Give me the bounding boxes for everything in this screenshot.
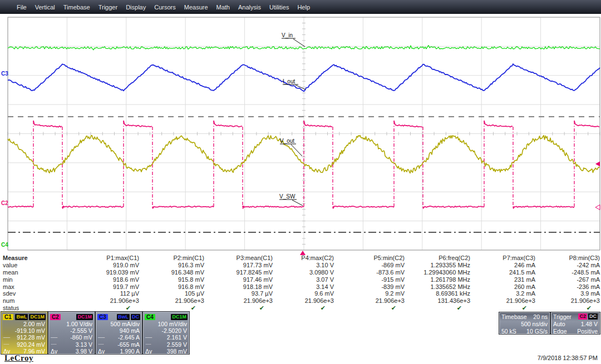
channel-marker-c2[interactable]: C2 bbox=[1, 201, 8, 206]
measure-status-check-p7: ✔ bbox=[470, 305, 535, 312]
timebase-scale: 500 ns/div bbox=[521, 321, 548, 327]
channel-panel-c2[interactable]: C2DC1M1.00 V/div-2.555 V–·–·-860 mV·····… bbox=[48, 312, 95, 354]
menu-item-file[interactable]: File bbox=[17, 4, 27, 11]
measure-cell-p2-sdev: 105 µV bbox=[139, 290, 204, 297]
measure-column-header-p2[interactable]: P2:min(C1) bbox=[139, 255, 204, 262]
channel-marker-c4[interactable]: C4 bbox=[1, 242, 8, 248]
trace-v-sw-low bbox=[513, 206, 574, 209]
channel-zero-marker-icon[interactable] bbox=[595, 205, 600, 210]
trigger-badge-dc: DC bbox=[588, 313, 598, 320]
channel-chip-c4: C4 bbox=[145, 314, 155, 320]
timebase-panel[interactable]: Timebase 20 ns 500 ns/div 50 kS 10 GS/s bbox=[499, 312, 550, 334]
menu-item-vertical[interactable]: Vertical bbox=[35, 4, 55, 11]
channel-badge-bwl: BwL bbox=[117, 314, 130, 320]
trace-label-leader bbox=[292, 200, 303, 206]
trace-v-sw-low bbox=[243, 206, 304, 209]
measure-row-label-num: num bbox=[0, 297, 66, 305]
trigger-level-marker-icon[interactable] bbox=[595, 162, 600, 167]
channel-value: -2.555 V bbox=[70, 327, 92, 334]
lecroy-logo: LeCroy bbox=[4, 353, 33, 363]
measure-column-header-p7[interactable]: P7:max(C3) bbox=[470, 255, 535, 262]
trace-v-sw-high bbox=[33, 121, 62, 127]
dash-dot-cursor-icon: –·–· bbox=[51, 335, 57, 340]
channel-value: 1.990 A bbox=[120, 348, 140, 355]
measure-row-label-value: value bbox=[0, 262, 66, 269]
measure-cell-p4-max: 3.14 V bbox=[273, 283, 334, 291]
channel-badge-dc1m: DC1M bbox=[29, 314, 46, 320]
measure-panel-title: Measure bbox=[0, 255, 66, 262]
channel-chip-c3: C3 bbox=[97, 314, 108, 320]
measure-cell-p7-mean: 241.5 mA bbox=[470, 269, 535, 276]
trace-v-sw-high bbox=[124, 121, 152, 127]
measure-row-label-max: max bbox=[0, 283, 66, 291]
measure-row-label-sdev: sdev bbox=[0, 290, 66, 297]
trigger-mode: Auto bbox=[553, 321, 565, 327]
menu-bar: FileVerticalTimebaseTriggerDisplayCursor… bbox=[0, 0, 601, 14]
channel-chip-c2: C2 bbox=[50, 314, 61, 320]
channel-badge-dc1m: DC1M bbox=[171, 314, 188, 320]
measure-cell-p2-value: 916.3 mV bbox=[139, 262, 204, 269]
trace-v-sw-low bbox=[8, 206, 33, 207]
channel-value: 2.00 mV bbox=[23, 321, 45, 327]
measure-cell-p7-max: 260 mA bbox=[470, 283, 535, 291]
trigger-source-badges: C2DC bbox=[578, 313, 598, 320]
measure-column-header-p5[interactable]: P5:min(C2) bbox=[334, 255, 405, 262]
channel-value: -860 mV bbox=[70, 334, 92, 341]
menu-item-trigger[interactable]: Trigger bbox=[98, 4, 117, 11]
channel-badge-dc1m: DC1M bbox=[76, 314, 93, 320]
measure-column-header-p6[interactable]: P6:freq(C2) bbox=[405, 255, 470, 262]
trace-label-v_in: V_in bbox=[282, 32, 293, 38]
measure-cell-p1-value: 919.0 mV bbox=[66, 262, 139, 269]
trigger-time-marker-icon[interactable] bbox=[300, 251, 306, 255]
measure-row-label-mean: mean bbox=[0, 269, 66, 276]
measure-column-header-p3[interactable]: P3:mean(C1) bbox=[204, 255, 273, 262]
channel-panel-c1[interactable]: C1BwLDC1M2.00 mV-919.10 mV–·–·912.28 mV·… bbox=[1, 312, 47, 354]
menu-item-math[interactable]: Math bbox=[216, 4, 230, 11]
channel-value: 3.98 V bbox=[76, 348, 92, 355]
channel-panel-c3[interactable]: C3BwLDC500 mA/div940 mA–·–·-2.645 A·····… bbox=[96, 312, 142, 354]
trace-v-sw-low bbox=[333, 206, 394, 209]
measure-cell-p8-max: -236 mA bbox=[535, 283, 600, 291]
channel-panel-c4[interactable]: C4DC1M100 mV/div-2.5020 V–·–·2.161 V····… bbox=[143, 312, 189, 354]
channel-value: 920.24 mV bbox=[17, 341, 45, 348]
menu-item-analysis[interactable]: Analysis bbox=[238, 4, 261, 11]
menu-item-display[interactable]: Display bbox=[126, 4, 146, 11]
menu-item-utilities[interactable]: Utilities bbox=[269, 4, 289, 11]
measure-cell-p1-mean: 919.039 mV bbox=[66, 269, 139, 276]
channel-value: -2.645 A bbox=[118, 334, 140, 341]
measure-cell-p2-max: 916.8 mV bbox=[139, 283, 204, 291]
measure-cell-p1-max: 919.7 mV bbox=[66, 283, 139, 291]
timebase-rate: 10 GS/s bbox=[526, 328, 548, 335]
measure-cell-p2-mean: 916.348 mV bbox=[139, 269, 204, 276]
channel-badge-bwl: BwL bbox=[15, 314, 28, 320]
trigger-panel[interactable]: Trigger C2DC Auto 1.48 V Edge Positive bbox=[551, 312, 600, 334]
measure-status-check-p1: ✔ bbox=[66, 305, 139, 312]
channel-value: 2.559 V bbox=[167, 341, 187, 348]
channel-marker-c3[interactable]: C3 bbox=[1, 71, 8, 77]
menu-item-help[interactable]: Help bbox=[297, 4, 310, 11]
oscilloscope-screen: FileVerticalTimebaseTriggerDisplayCursor… bbox=[0, 0, 601, 364]
measure-table: MeasureP1:max(C1)P2:min(C1)P3:mean(C1)P4… bbox=[0, 255, 600, 312]
channel-value: 100 mV/div bbox=[157, 321, 187, 327]
measure-column-header-p4[interactable]: P4:max(C2) bbox=[273, 255, 334, 262]
measure-row-label-status: status bbox=[0, 305, 66, 312]
measure-cell-p6-min: 1.261798 MHz bbox=[405, 276, 470, 283]
measure-column-header-p8[interactable]: P8:min(C3) bbox=[535, 255, 600, 262]
measure-cell-p1-min: 918.6 mV bbox=[66, 276, 139, 283]
measure-cell-p1-sdev: 112 µV bbox=[66, 290, 139, 297]
menu-item-timebase[interactable]: Timebase bbox=[63, 4, 90, 11]
measure-cell-p6-mean: 1.29943060 MHz bbox=[405, 269, 470, 276]
measure-row-label-min: min bbox=[0, 276, 66, 283]
measure-cell-p5-num: 21.906e+3 bbox=[334, 297, 405, 305]
dotted-cursor-icon: ····· bbox=[145, 342, 151, 347]
timebase-delay: 20 ns bbox=[533, 313, 548, 320]
channel-value: 398 mV bbox=[167, 348, 187, 355]
measure-cell-p7-sdev: 3.2 mA bbox=[470, 290, 535, 297]
channel-value: 3.13 V bbox=[76, 341, 92, 348]
timebase-samples: 50 kS bbox=[501, 328, 516, 335]
dotted-cursor-icon: ····· bbox=[3, 342, 9, 347]
menu-item-cursors[interactable]: Cursors bbox=[154, 4, 176, 11]
measure-column-header-p1[interactable]: P1:max(C1) bbox=[66, 255, 139, 262]
waveform-display[interactable]: V_inI_outV_outV_SW bbox=[8, 17, 600, 250]
menu-item-measure[interactable]: Measure bbox=[184, 4, 208, 11]
